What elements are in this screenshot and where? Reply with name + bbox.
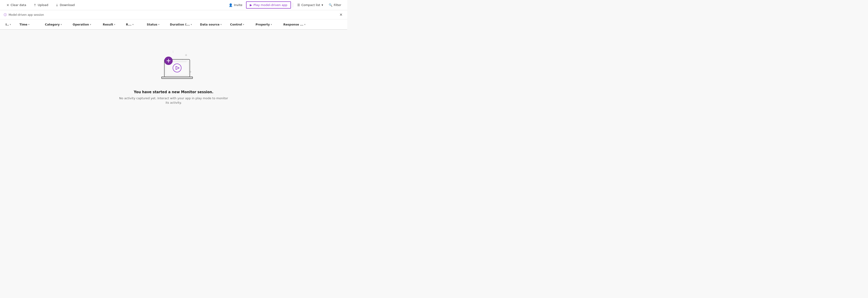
session-bar: ⓘ Model-driven app session ✕ <box>0 10 347 20</box>
col-duration-label: Duration (... <box>170 23 190 26</box>
svg-text:+: + <box>185 53 187 57</box>
col-property-chevron-icon: ▾ <box>271 23 272 26</box>
col-header-property[interactable]: Property ▾ <box>254 23 281 26</box>
col-category-label: Category <box>45 23 60 26</box>
compact-list-button[interactable]: ☰ Compact list ▾ <box>295 2 326 8</box>
col-header-category[interactable]: Category ▾ <box>43 23 71 26</box>
monitor-illustration: + + | <box>151 47 197 84</box>
col-datasource-label: Data source <box>200 23 220 26</box>
compact-list-icon: ☰ <box>297 3 300 7</box>
invite-button[interactable]: 👤 Invite <box>226 2 245 8</box>
empty-state-subtitle: No activity captured yet. Interact with … <box>118 96 229 105</box>
col-header-time[interactable]: Time ▾ <box>18 23 43 26</box>
session-close-button[interactable]: ✕ <box>339 11 343 18</box>
column-headers: I.. ▾ Time ▾ Category ▾ Operation ▾ Resu… <box>0 20 347 30</box>
col-id-label: I.. <box>5 23 9 26</box>
col-r-chevron-icon: ▾ <box>132 23 133 26</box>
col-duration-chevron-icon: ▾ <box>191 23 192 26</box>
clear-data-button[interactable]: ✕ Clear data <box>4 2 29 8</box>
col-property-label: Property <box>255 23 270 26</box>
col-operation-chevron-icon: ▾ <box>90 23 91 26</box>
toolbar-divider <box>293 3 293 7</box>
invite-icon: 👤 <box>229 3 232 7</box>
col-status-label: Status <box>147 23 157 26</box>
svg-rect-14 <box>172 61 187 62</box>
upload-icon: ↑ <box>34 3 36 7</box>
invite-label: Invite <box>234 3 242 7</box>
col-response-chevron-icon: ▾ <box>304 23 306 26</box>
session-info-icon: ⓘ <box>4 13 7 17</box>
col-time-chevron-icon: ▾ <box>28 23 29 26</box>
col-header-result[interactable]: Result ▾ <box>101 23 124 26</box>
download-button[interactable]: ↓ Download <box>53 2 77 8</box>
col-id-chevron-icon: ▾ <box>10 23 11 26</box>
toolbar-left-actions: ✕ Clear data ↑ Upload ↓ Download <box>4 2 78 8</box>
col-status-chevron-icon: ▾ <box>158 23 159 26</box>
empty-state-title: You have started a new Monitor session. <box>134 90 213 94</box>
col-header-id[interactable]: I.. ▾ <box>4 23 18 26</box>
compact-list-chevron-icon: ▾ <box>321 3 323 7</box>
play-model-driven-app-label: Play model-driven app <box>253 3 287 7</box>
clear-data-icon: ✕ <box>6 3 9 7</box>
session-info-text: Model-driven app session <box>8 13 44 17</box>
upload-button[interactable]: ↑ Upload <box>31 2 51 8</box>
play-icon: ▶ <box>250 3 252 7</box>
col-datasource-chevron-icon: ▾ <box>221 23 222 26</box>
col-header-response[interactable]: Response ... ▾ <box>281 23 314 26</box>
col-time-label: Time <box>20 23 27 26</box>
upload-label: Upload <box>38 3 49 7</box>
col-r-label: R... <box>126 23 131 26</box>
svg-text:+: + <box>189 70 192 74</box>
col-response-label: Response ... <box>283 23 304 26</box>
col-header-control[interactable]: Control ▾ <box>228 23 254 26</box>
illustration: + + | <box>151 47 197 84</box>
filter-icon: 🔍 <box>329 3 332 7</box>
col-header-operation[interactable]: Operation ▾ <box>71 23 101 26</box>
compact-list-label: Compact list <box>301 3 320 7</box>
col-result-label: Result <box>103 23 113 26</box>
filter-label: Filter <box>334 3 341 7</box>
svg-text:|: | <box>173 50 174 53</box>
col-header-status[interactable]: Status ▾ <box>145 23 168 26</box>
col-operation-label: Operation <box>73 23 89 26</box>
toolbar-right-actions: 👤 Invite ▶ Play model-driven app ☰ Compa… <box>226 1 343 8</box>
col-result-chevron-icon: ▾ <box>114 23 115 26</box>
col-header-r[interactable]: R... ▾ <box>124 23 145 26</box>
download-icon: ↓ <box>56 3 58 7</box>
download-label: Download <box>60 3 75 7</box>
play-model-driven-app-button[interactable]: ▶ Play model-driven app <box>246 1 291 8</box>
col-header-duration[interactable]: Duration (... ▾ <box>168 23 198 26</box>
col-control-chevron-icon: ▾ <box>243 23 244 26</box>
toolbar: ✕ Clear data ↑ Upload ↓ Download 👤 Invit… <box>0 0 347 10</box>
col-header-datasource[interactable]: Data source ▾ <box>198 23 228 26</box>
empty-state-container: + + | You have started <box>0 30 347 118</box>
clear-data-label: Clear data <box>11 3 26 7</box>
col-category-chevron-icon: ▾ <box>61 23 62 26</box>
filter-button[interactable]: 🔍 Filter <box>327 2 343 8</box>
col-control-label: Control <box>230 23 242 26</box>
